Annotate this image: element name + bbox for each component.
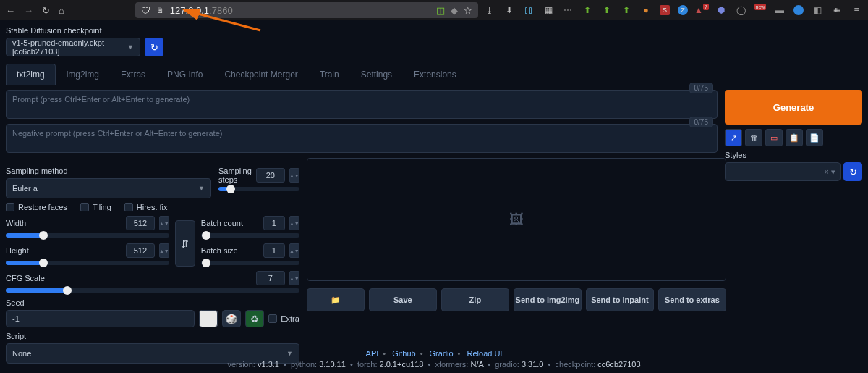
- translate-icon[interactable]: ◫: [436, 5, 445, 16]
- file-button[interactable]: 📄: [806, 129, 823, 146]
- ext1-icon[interactable]: ⋯: [562, 4, 574, 16]
- height-stepper[interactable]: ▲▼: [159, 243, 169, 258]
- tab-pnginfo[interactable]: PNG Info: [156, 64, 213, 85]
- ext10-icon[interactable]: ◯: [735, 4, 746, 16]
- bookmark-icon[interactable]: ☆: [464, 5, 472, 16]
- tab-settings[interactable]: Settings: [350, 64, 403, 85]
- ext4-icon[interactable]: ⬆: [621, 4, 632, 16]
- ext-icon[interactable]: ◆: [451, 5, 458, 16]
- gradio-link[interactable]: Gradio: [430, 349, 454, 358]
- generate-button[interactable]: Generate: [725, 90, 862, 125]
- prompt-input[interactable]: [6, 90, 718, 119]
- tab-img2img[interactable]: img2img: [56, 64, 110, 85]
- swap-icon: ⇵: [181, 238, 189, 249]
- send-inpaint-button[interactable]: Send to inpaint: [586, 288, 654, 311]
- menu-icon[interactable]: ≡: [851, 4, 862, 16]
- zip-button[interactable]: Zip: [441, 288, 509, 311]
- tab-extras[interactable]: Extras: [110, 64, 156, 85]
- url-bar[interactable]: 🛡 🗎 127.0.0.1:7860 ◫ ◆ ☆: [135, 2, 478, 18]
- ext7-icon[interactable]: Z: [678, 5, 688, 15]
- tab-extensions[interactable]: Extensions: [403, 64, 467, 85]
- ext13-icon[interactable]: [793, 5, 804, 15]
- ext5-icon[interactable]: ●: [640, 4, 652, 16]
- height-value[interactable]: [126, 243, 155, 258]
- browser-chrome: ← → ↻ ⌂ 🛡 🗎 127.0.0.1:7860 ◫ ◆ ☆ ⭳ ⬇ ⫿⫿ …: [0, 0, 868, 20]
- ext8-icon[interactable]: ▲7: [696, 4, 707, 16]
- tab-train[interactable]: Train: [309, 64, 350, 85]
- hires-fix-check[interactable]: Hires. fix: [124, 203, 168, 211]
- trash-button[interactable]: 🗑: [745, 129, 762, 146]
- batch-size-stepper[interactable]: ▲▼: [289, 243, 299, 258]
- recycle-icon: ♻: [250, 314, 259, 324]
- ext11-icon[interactable]: new: [754, 4, 766, 16]
- stack-icon[interactable]: ⬇: [503, 4, 515, 16]
- batch-size-slider[interactable]: [201, 261, 299, 265]
- seed-input[interactable]: [6, 310, 195, 327]
- send-img2img-button[interactable]: Send to img2img: [514, 288, 582, 311]
- output-preview: 🖼: [307, 158, 726, 281]
- tabs: txt2img img2img Extras PNG Info Checkpoi…: [6, 64, 862, 85]
- tab-ckptmerger[interactable]: Checkpoint Merger: [213, 64, 308, 85]
- checkpoint-select[interactable]: v1-5-pruned-emaonly.ckpt [cc6cb27103] ▼: [6, 38, 140, 56]
- save-button[interactable]: Save: [369, 288, 437, 311]
- sampling-steps-label: Sampling steps: [218, 167, 252, 184]
- open-folder-button[interactable]: 📁: [307, 288, 365, 311]
- image-button[interactable]: ▭: [765, 129, 783, 146]
- height-slider[interactable]: [6, 261, 169, 265]
- batch-count-slider[interactable]: [201, 233, 299, 238]
- neg-prompt-input[interactable]: [6, 124, 718, 153]
- height-label: Height: [6, 246, 122, 255]
- ext9-icon[interactable]: ⬢: [715, 4, 727, 16]
- width-label: Width: [6, 219, 122, 227]
- width-value[interactable]: [126, 216, 155, 230]
- steps-stepper[interactable]: ▲▼: [289, 168, 299, 183]
- api-link[interactable]: API: [366, 349, 379, 358]
- puzzle-icon[interactable]: ⩩: [831, 4, 843, 16]
- image-icon: 🖼: [509, 211, 524, 228]
- cfg-value[interactable]: [256, 271, 285, 285]
- width-slider[interactable]: [6, 233, 169, 238]
- paste-button[interactable]: 📋: [786, 129, 803, 146]
- cfg-stepper[interactable]: ▲▼: [289, 271, 299, 285]
- seed-num-button[interactable]: [199, 310, 218, 327]
- batch-count-value[interactable]: [263, 216, 285, 230]
- seed-recycle-button[interactable]: ♻: [245, 310, 264, 327]
- refresh-checkpoint-button[interactable]: ↻: [145, 38, 163, 56]
- github-link[interactable]: Github: [392, 349, 415, 358]
- arrow-button[interactable]: ↗: [725, 129, 742, 146]
- batch-size-value[interactable]: [263, 243, 285, 258]
- width-stepper[interactable]: ▲▼: [159, 216, 169, 230]
- tiling-check[interactable]: Tiling: [80, 203, 111, 211]
- forward-icon[interactable]: →: [24, 5, 33, 16]
- seed-extra-check[interactable]: Extra: [268, 314, 299, 323]
- lock-icon: 🗎: [156, 6, 164, 14]
- reload-ui-link[interactable]: Reload UI: [467, 349, 503, 358]
- prompt-token-count: 0/75: [689, 83, 713, 93]
- swap-dims-button[interactable]: ⇵: [175, 220, 195, 267]
- ext14-icon[interactable]: ◧: [812, 4, 823, 16]
- ext6-icon[interactable]: S: [660, 5, 670, 15]
- restore-faces-check[interactable]: Restore faces: [6, 203, 67, 211]
- cfg-slider[interactable]: [6, 288, 299, 293]
- styles-refresh-button[interactable]: ↻: [843, 162, 862, 181]
- batch-count-stepper[interactable]: ▲▼: [289, 216, 299, 230]
- seed-dice-button[interactable]: 🎲: [222, 310, 241, 327]
- tab-txt2img[interactable]: txt2img: [6, 64, 56, 85]
- ext2-icon[interactable]: ⬆: [582, 4, 593, 16]
- sampling-method-select[interactable]: Euler a ▼: [6, 178, 211, 198]
- grid-icon[interactable]: ▦: [542, 4, 554, 16]
- ext3-icon[interactable]: ⬆: [601, 4, 613, 16]
- library-icon[interactable]: ⫿⫿: [523, 4, 535, 16]
- sampling-steps-value[interactable]: [256, 168, 285, 183]
- url-port: :7860: [209, 5, 233, 16]
- home-icon[interactable]: ⌂: [59, 5, 64, 16]
- download-icon[interactable]: ⭳: [484, 4, 495, 16]
- reload-icon[interactable]: ↻: [42, 5, 50, 16]
- refresh-icon: ↻: [849, 167, 857, 177]
- back-icon[interactable]: ←: [6, 5, 15, 16]
- sampling-steps-slider[interactable]: [218, 187, 299, 191]
- send-extras-button[interactable]: Send to extras: [658, 288, 726, 311]
- ext12-icon[interactable]: ▬: [774, 4, 786, 16]
- styles-select[interactable]: × ▾: [725, 162, 841, 181]
- styles-clear[interactable]: × ▾: [825, 167, 835, 177]
